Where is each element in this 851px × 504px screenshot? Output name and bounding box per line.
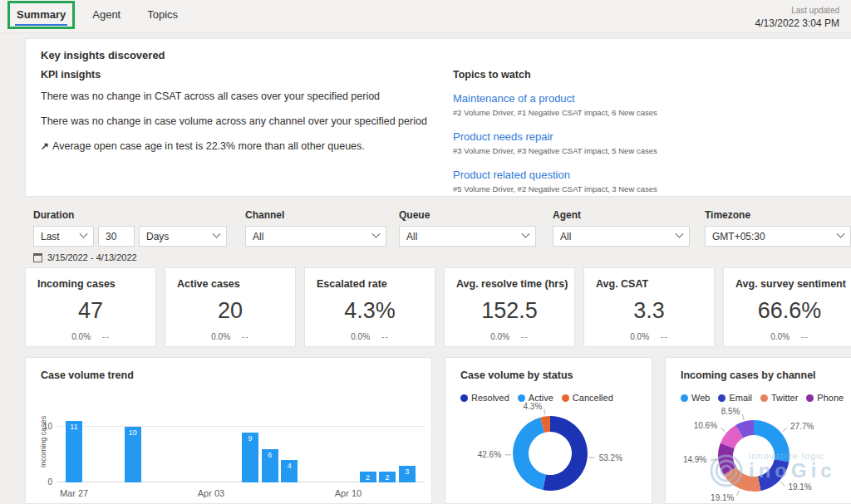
bar-incoming-cases[interactable]: 4 (281, 460, 298, 482)
kpi-card-title: Avg. survey sentiment (735, 278, 844, 290)
bar-value-label: 6 (262, 451, 278, 459)
duration-mode-value: Last (41, 231, 60, 242)
insight-item: There was no change in case volume acros… (41, 115, 440, 127)
duration-value-input[interactable]: 30 (98, 226, 135, 247)
bar-incoming-cases[interactable]: 11 (66, 421, 82, 482)
tab-agent-label: Agent (92, 8, 121, 21)
donut-percentage-label: 14.9% (683, 455, 706, 464)
duration-unit-value: Days (146, 231, 169, 242)
topic-detail: #5 Volume Driver, #2 Negative CSAT impac… (453, 184, 810, 193)
kpi-card-title: Avg. CSAT (596, 278, 702, 290)
chart-title: Case volume by status (460, 369, 573, 381)
y-axis-label: Incoming cases (39, 404, 47, 479)
queue-value: All (406, 231, 417, 242)
insight-item: There was no change in CSAT across all c… (41, 91, 440, 102)
kpi-card-change: 0.0% (770, 332, 790, 341)
donut-percentage-label: 19.1% (711, 493, 734, 502)
kpi-insights-title: KPI insights (41, 69, 440, 81)
case-volume-bar-plot[interactable]: 1110964223 (57, 404, 425, 482)
insight-text: There was no change in CSAT across all c… (41, 91, 380, 102)
tab-topics-label: Topics (147, 8, 178, 21)
topics-to-watch-section: Topics to watch Maintenance of a product… (453, 69, 810, 205)
agent-label: Agent (553, 209, 581, 221)
tab-summary-label: Summary (17, 8, 66, 21)
topic-item: Maintenance of a product #2 Volume Drive… (453, 91, 810, 117)
kpi-card-avg-resolve-time: Avg. resolve time (hrs) 152.5 0.0%-- (444, 267, 575, 347)
insight-item: ↗Average open case age in test is 22.3% … (41, 140, 440, 152)
channel-donut-chart[interactable]: 27.7%19.1%19.1%14.9%10.6%8.5% (666, 398, 851, 504)
channel-dropdown[interactable]: All (245, 226, 386, 247)
bar-incoming-cases[interactable]: 6 (262, 449, 278, 482)
kpi-card-incoming-cases: Incoming cases 47 0.0%-- (25, 267, 156, 347)
tab-summary[interactable]: Summary (15, 5, 67, 27)
bar-incoming-cases[interactable]: 10 (125, 427, 141, 482)
bar-value-label: 2 (379, 473, 396, 482)
incoming-cases-by-channel-card: Incoming cases by channel Web Email Twit… (665, 357, 851, 504)
bar-incoming-cases[interactable]: 2 (379, 472, 396, 482)
kpi-card-title: Active cases (177, 278, 283, 290)
topic-link-question[interactable]: Product related question (453, 169, 570, 181)
kpi-card-title: Escalated rate (317, 278, 423, 290)
bar-value-label: 4 (281, 462, 298, 470)
x-axis-tick: Apr 03 (186, 488, 236, 498)
duration-unit-dropdown[interactable]: Days (139, 226, 227, 247)
calendar-icon (33, 253, 42, 262)
chevron-down-icon (837, 230, 845, 238)
key-insights-panel: Key insights discovered KPI insights The… (25, 38, 851, 197)
bar-incoming-cases[interactable]: 2 (360, 472, 376, 482)
chart-title: Case volume trend (41, 369, 134, 381)
timezone-dropdown[interactable]: GMT+05:30 (705, 226, 851, 247)
chevron-down-icon (522, 230, 530, 238)
timezone-label: Timezone (705, 209, 750, 221)
top-bar: Summary Agent Topics Last updated 4/13/2… (0, 0, 851, 33)
date-range-text: 3/15/2022 - 4/13/2022 (47, 252, 137, 262)
donut-percentage-label: 10.6% (694, 421, 717, 430)
date-range[interactable]: 3/15/2022 - 4/13/2022 (33, 252, 137, 262)
x-axis-tick: Apr 10 (323, 488, 373, 498)
key-insights-title: Key insights discovered (41, 49, 840, 61)
kpi-card-value: 152.5 (456, 298, 563, 324)
donut-percentage-label: 27.7% (790, 422, 814, 431)
bar-incoming-cases[interactable]: 9 (242, 433, 258, 482)
channel-value: All (253, 231, 263, 242)
donut-slice[interactable] (513, 418, 546, 490)
bar-incoming-cases[interactable]: 3 (399, 466, 416, 482)
kpi-card-trend: -- (661, 332, 668, 341)
donut-slice[interactable] (754, 420, 790, 462)
kpi-card-value: 3.3 (596, 298, 702, 324)
kpi-insights-section: KPI insights There was no change in CSAT… (41, 69, 440, 165)
kpi-card-trend: -- (801, 332, 809, 341)
kpi-card-value: 20 (177, 298, 283, 324)
topic-detail: #2 Volume Driver, #1 Negative CSAT impac… (453, 108, 810, 117)
chevron-down-icon (80, 230, 88, 238)
tab-strip: Summary Agent Topics (15, 5, 180, 27)
kpi-card-title: Incoming cases (37, 278, 144, 290)
queue-dropdown[interactable]: All (399, 226, 536, 247)
kpi-card-trend: -- (521, 332, 529, 341)
last-updated-value: 4/13/2022 3:04 PM (755, 17, 839, 29)
topics-to-watch-title: Topics to watch (453, 69, 810, 81)
topic-item: Product related question #5 Volume Drive… (453, 167, 810, 193)
timezone-value: GMT+05:30 (712, 231, 765, 242)
chevron-down-icon (676, 230, 684, 238)
tab-topics[interactable]: Topics (145, 5, 180, 27)
chevron-down-icon (372, 230, 381, 238)
bar-value-label: 9 (242, 434, 258, 443)
kpi-card-value: 4.3% (317, 298, 423, 324)
status-donut-chart[interactable]: 53.2%42.6%4.3% (445, 398, 652, 504)
bar-value-label: 3 (399, 467, 416, 476)
kpi-card-value: 47 (37, 298, 144, 324)
duration-mode-dropdown[interactable]: Last (33, 226, 94, 247)
donut-percentage-label: 19.1% (788, 482, 811, 492)
tab-agent[interactable]: Agent (91, 5, 122, 27)
topic-link-repair[interactable]: Product needs repair (453, 130, 553, 143)
last-updated-label: Last updated (755, 6, 839, 15)
kpi-card-change: 0.0% (71, 332, 91, 341)
topic-link-maintenance[interactable]: Maintenance of a product (453, 92, 575, 105)
agent-value: All (560, 231, 571, 242)
kpi-card-change: 0.0% (351, 332, 370, 341)
topic-item: Product needs repair #3 Volume Driver, #… (453, 129, 810, 155)
last-updated: Last updated 4/13/2022 3:04 PM (755, 6, 839, 29)
agent-dropdown[interactable]: All (553, 226, 690, 247)
kpi-card-trend: -- (242, 332, 249, 341)
